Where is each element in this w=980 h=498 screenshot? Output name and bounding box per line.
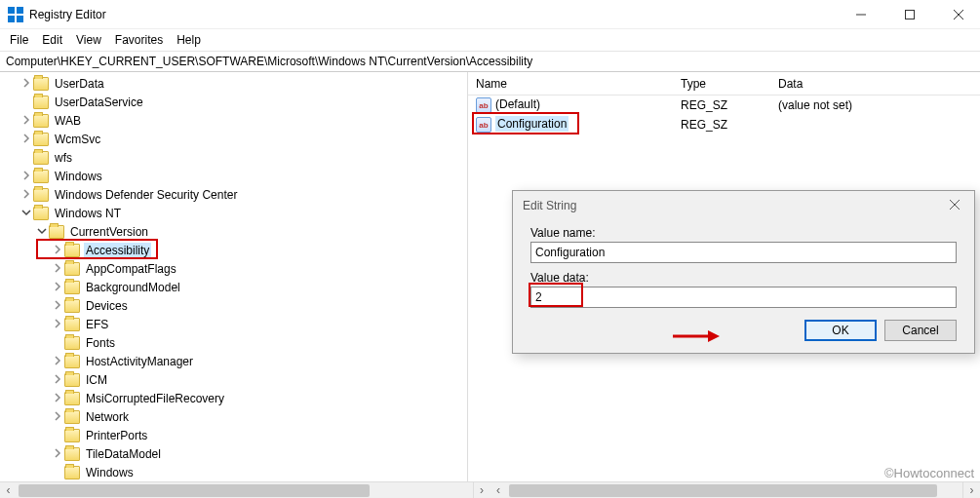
- col-type[interactable]: Type: [673, 77, 770, 91]
- col-data[interactable]: Data: [770, 77, 980, 91]
- chevron-right-icon[interactable]: [51, 374, 64, 386]
- chevron-right-icon[interactable]: [20, 189, 33, 201]
- tree-item[interactable]: Windows: [0, 463, 467, 481]
- watermark: ©Howtoconnect: [884, 466, 974, 480]
- chevron-right-icon[interactable]: [51, 356, 64, 367]
- tree-item[interactable]: Accessibility: [0, 241, 467, 259]
- tree-item[interactable]: HostActivityManager: [0, 352, 467, 370]
- tree-item[interactable]: UserData: [0, 74, 467, 93]
- chevron-down-icon[interactable]: [35, 226, 49, 238]
- left-scroll-thumb[interactable]: [19, 484, 370, 497]
- tree-item[interactable]: Windows Defender Security Center: [0, 185, 467, 204]
- list-row[interactable]: abConfigurationREG_SZ: [468, 115, 980, 134]
- address-bar[interactable]: Computer\HKEY_CURRENT_USER\SOFTWARE\Micr…: [0, 51, 980, 72]
- chevron-right-icon[interactable]: [20, 115, 33, 127]
- cancel-button[interactable]: Cancel: [884, 320, 957, 341]
- tree-label: Windows NT: [53, 206, 123, 221]
- svg-rect-3: [17, 16, 23, 22]
- right-scroll-thumb[interactable]: [509, 484, 937, 497]
- value-data-label: Value data:: [530, 271, 957, 285]
- value-name-input[interactable]: [530, 242, 957, 263]
- menu-bar: File Edit View Favorites Help: [0, 29, 980, 51]
- value-name-label: Value name:: [530, 226, 957, 240]
- tree-item[interactable]: Windows: [0, 167, 467, 185]
- folder-icon: [64, 336, 80, 350]
- scroll-left-button-2[interactable]: ‹: [490, 482, 507, 498]
- tree-item[interactable]: PrinterPorts: [0, 426, 467, 444]
- value-type: REG_SZ: [673, 98, 770, 112]
- col-name[interactable]: Name: [468, 77, 673, 91]
- chevron-right-icon[interactable]: [51, 393, 64, 404]
- tree-item[interactable]: Devices: [0, 296, 467, 315]
- app-icon: [8, 7, 23, 22]
- chevron-right-icon[interactable]: [51, 282, 64, 293]
- chevron-right-icon[interactable]: [20, 171, 33, 182]
- window-maximize-button[interactable]: [896, 5, 923, 24]
- menu-favorites[interactable]: Favorites: [115, 33, 163, 47]
- tree-item[interactable]: UserDataService: [0, 93, 467, 111]
- list-header: Name Type Data: [468, 72, 980, 96]
- tree-label: MsiCorruptedFileRecovery: [84, 391, 226, 406]
- ok-button[interactable]: OK: [804, 320, 877, 341]
- tree-label: HostActivityManager: [84, 354, 195, 369]
- scroll-left-button[interactable]: ‹: [0, 482, 17, 498]
- menu-file[interactable]: File: [10, 33, 28, 47]
- tree-item[interactable]: ICM: [0, 370, 467, 389]
- tree-item[interactable]: TileDataModel: [0, 444, 467, 463]
- dialog-close-button[interactable]: [945, 199, 964, 212]
- scroll-right-button-2[interactable]: ›: [963, 482, 980, 498]
- edit-string-dialog: Edit String Value name: Value data: OK C…: [512, 190, 975, 354]
- svg-rect-5: [906, 10, 915, 19]
- tree-item[interactable]: Windows NT: [0, 204, 467, 222]
- folder-icon: [64, 262, 80, 276]
- tree-label: wfs: [53, 150, 74, 166]
- chevron-right-icon[interactable]: [51, 319, 64, 330]
- folder-icon: [49, 225, 64, 239]
- tree-item[interactable]: AppCompatFlags: [0, 259, 467, 278]
- chevron-down-icon[interactable]: [20, 208, 33, 219]
- list-row[interactable]: ab(Default)REG_SZ(value not set): [468, 96, 980, 115]
- folder-icon: [64, 447, 80, 461]
- tree-label: Fonts: [84, 335, 117, 351]
- tree-view[interactable]: UserDataUserDataServiceWABWcmSvcwfsWindo…: [0, 72, 468, 481]
- folder-icon: [33, 207, 49, 220]
- folder-icon: [64, 392, 80, 405]
- tree-item[interactable]: WAB: [0, 111, 467, 130]
- chevron-right-icon[interactable]: [20, 78, 33, 90]
- tree-label: TileDataModel: [84, 446, 163, 462]
- menu-help[interactable]: Help: [176, 33, 201, 47]
- folder-icon: [33, 188, 49, 202]
- folder-icon: [33, 170, 49, 183]
- chevron-right-icon[interactable]: [51, 300, 64, 312]
- folder-icon: [64, 281, 80, 294]
- scroll-right-button[interactable]: ›: [474, 482, 490, 498]
- tree-label: Windows: [53, 169, 104, 184]
- folder-icon: [64, 299, 80, 313]
- tree-item[interactable]: EFS: [0, 315, 467, 333]
- tree-label: Network: [84, 409, 131, 425]
- chevron-right-icon[interactable]: [20, 134, 33, 145]
- menu-edit[interactable]: Edit: [42, 33, 62, 47]
- chevron-right-icon[interactable]: [51, 245, 64, 256]
- value-data-input[interactable]: [530, 287, 957, 308]
- tree-item[interactable]: CurrentVersion: [0, 222, 467, 241]
- folder-icon: [33, 133, 49, 146]
- folder-icon: [64, 355, 80, 368]
- chevron-right-icon[interactable]: [51, 411, 64, 423]
- tree-item[interactable]: WcmSvc: [0, 130, 467, 148]
- folder-icon: [33, 77, 49, 91]
- window-minimize-button[interactable]: [847, 5, 875, 24]
- tree-item[interactable]: Fonts: [0, 333, 467, 352]
- tree-item[interactable]: BackgroundModel: [0, 278, 467, 296]
- tree-label: Accessibility: [84, 243, 151, 258]
- menu-view[interactable]: View: [76, 33, 101, 47]
- tree-item[interactable]: MsiCorruptedFileRecovery: [0, 389, 467, 407]
- tree-item[interactable]: Network: [0, 407, 467, 426]
- window-close-button[interactable]: [945, 5, 972, 24]
- window-titlebar: Registry Editor: [0, 0, 980, 29]
- chevron-right-icon[interactable]: [51, 448, 64, 460]
- folder-icon: [64, 244, 80, 257]
- chevron-right-icon[interactable]: [51, 263, 64, 275]
- value-name: ab(Default): [468, 97, 673, 114]
- tree-item[interactable]: wfs: [0, 148, 467, 167]
